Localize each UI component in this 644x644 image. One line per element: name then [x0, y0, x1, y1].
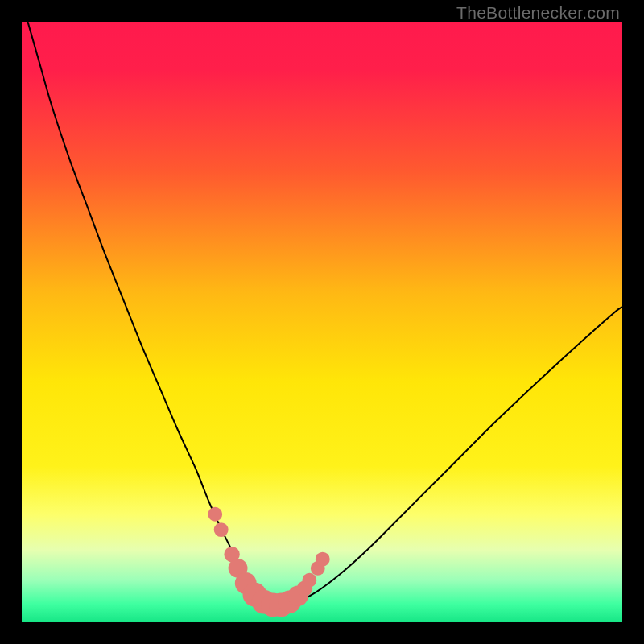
data-marker [208, 507, 222, 522]
chart-svg [22, 22, 622, 622]
data-marker [316, 552, 330, 567]
data-marker [302, 573, 316, 588]
chart-frame: TheBottlenecker.com [0, 0, 644, 644]
data-marker [214, 522, 229, 537]
gradient-background [22, 22, 622, 622]
watermark-text: TheBottlenecker.com [456, 3, 620, 23]
plot-area [22, 22, 622, 622]
